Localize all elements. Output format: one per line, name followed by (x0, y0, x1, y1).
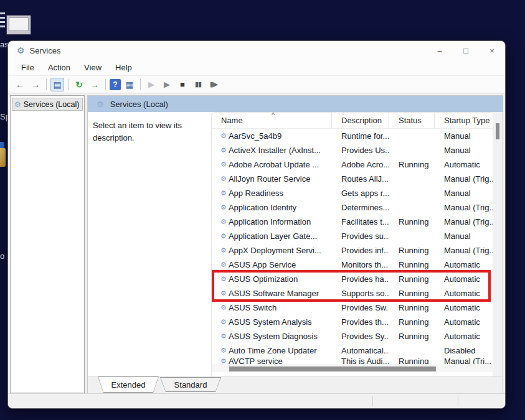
tree-item-services-local[interactable]: ⚙ Services (Local) (12, 98, 83, 111)
service-row[interactable]: ⚙ ASUS System Diagnosis Provides Sy... R… (212, 329, 493, 343)
show-console-tree-icon[interactable]: ▤ (50, 78, 64, 91)
menu-help[interactable]: Help (108, 63, 139, 72)
service-row[interactable]: ⚙ Application Information Facilitates t.… (212, 215, 493, 229)
sort-ascending-icon: ^ (272, 111, 275, 119)
service-gear-icon: ⚙ (220, 358, 227, 364)
menu-action[interactable]: Action (41, 63, 77, 72)
service-description: Automatical... (332, 346, 389, 355)
service-row[interactable]: ⚙ ASUS Optimization Provides ha... Runni… (212, 272, 493, 286)
pause-service-icon[interactable]: ▮▮ (191, 78, 205, 91)
service-name: ActiveX Installer (AxInst... (229, 146, 321, 155)
service-row[interactable]: ⚙ ASUS App Service Monitors th... Runnin… (212, 258, 493, 272)
help-icon[interactable]: ? (110, 79, 121, 90)
status-bar-divider (458, 396, 458, 406)
stop-service-icon[interactable]: ■ (176, 78, 189, 91)
service-row[interactable]: ⚙ ASUS Switch Provides Sw... Running Aut… (212, 301, 493, 315)
service-name: Application Information (229, 217, 311, 226)
service-row[interactable]: ⚙ Adobe Acrobat Update ... Adobe Acro...… (212, 157, 493, 172)
service-startup-type: Manual (Trig... (435, 217, 493, 226)
service-row[interactable]: ⚙ AllJoyn Router Service Routes AllJ... … (212, 172, 493, 186)
desktop-shortcut-icon[interactable] (6, 15, 31, 35)
tab-extended[interactable]: Extended (98, 376, 159, 393)
service-description: Provides Us... (332, 146, 389, 155)
minimize-button[interactable]: – (427, 41, 453, 60)
restart-service-icon[interactable]: ▮▶ (207, 78, 220, 91)
service-description: Facilitates t... (332, 217, 389, 226)
service-startup-type: Automatic (435, 303, 493, 312)
service-row[interactable]: ⚙ AVCTP service This is Audi... Running … (212, 358, 493, 364)
service-row[interactable]: ⚙ Application Identity Determines... Man… (212, 200, 493, 215)
window-title: Services (30, 46, 61, 55)
service-description: This is Audi... (332, 358, 389, 364)
column-header-startup-type[interactable]: Startup Type (435, 113, 493, 128)
vertical-scrollbar[interactable] (493, 112, 503, 376)
column-header-status[interactable]: Status (389, 113, 435, 128)
forward-icon[interactable]: → (29, 78, 42, 91)
menu-file[interactable]: File (14, 63, 41, 72)
service-startup-type: Manual (Trig... (435, 246, 493, 255)
service-gear-icon: ⚙ (220, 203, 227, 212)
service-row[interactable]: ⚙ Application Layer Gate... Provides su.… (212, 229, 493, 243)
service-rows: ⚙ AarSvc_5a4b9 Runtime for... Manual ⚙ A… (212, 129, 493, 364)
service-row[interactable]: ⚙ AppX Deployment Servi... Provides inf.… (212, 243, 493, 258)
toolbar-separator (68, 79, 69, 90)
service-name: AllJoyn Router Service (229, 174, 311, 184)
extended-view-content: Select an item to view its description. … (88, 112, 503, 376)
service-status: Running (389, 358, 435, 364)
horizontal-scrollbar-thumb[interactable] (229, 366, 436, 371)
service-gear-icon: ⚙ (220, 275, 227, 283)
column-header-name[interactable]: Name ^ (212, 113, 332, 128)
start-service-icon[interactable]: ▶ (144, 78, 158, 91)
service-description: Provides inf... (332, 246, 389, 255)
export-list-icon[interactable]: → (88, 78, 102, 91)
column-header-description[interactable]: Description (332, 113, 389, 128)
tab-standard[interactable]: Standard (160, 377, 221, 392)
refresh-icon[interactable]: ↻ (72, 78, 86, 91)
menu-bar: FileActionViewHelp (8, 60, 505, 76)
vertical-scrollbar-thumb[interactable] (496, 123, 499, 139)
show-action-pane-icon[interactable]: ▦ (123, 78, 136, 91)
service-startup-type: Automatic (435, 332, 493, 341)
column-header-row: Name ^ Description Status Startup Type (212, 113, 493, 129)
service-description: Runtime for... (332, 131, 389, 141)
service-row[interactable]: ⚙ ActiveX Installer (AxInst... Provides … (212, 143, 493, 157)
description-pane: Select an item to view its description. (88, 112, 211, 376)
service-row[interactable]: ⚙ Auto Time Zone Updater Automatical... … (212, 343, 493, 358)
maximize-button[interactable]: □ (453, 41, 479, 60)
services-gear-icon: ⚙ (97, 100, 104, 109)
service-startup-type: Automatic (435, 260, 493, 269)
header-label: Services (Local) (110, 100, 168, 109)
partial-folder-icon[interactable] (0, 148, 6, 167)
close-button[interactable]: × (479, 41, 505, 60)
service-description: Supports so... (332, 289, 389, 298)
horizontal-scrollbar[interactable] (212, 365, 493, 372)
service-name: ASUS Switch (229, 303, 277, 312)
menu-view[interactable]: View (77, 63, 108, 72)
service-status: Running (389, 274, 435, 284)
resume-service-icon[interactable]: ▶ (160, 78, 174, 91)
service-row[interactable]: ⚙ AarSvc_5a4b9 Runtime for... Manual (212, 129, 493, 143)
service-name: AVCTP service (229, 358, 283, 364)
console-body: ⚙ Services (Local) ⚙ Services (Local) Se… (8, 93, 505, 393)
service-row[interactable]: ⚙ ASUS System Analysis Provides th... Ru… (212, 315, 493, 329)
service-gear-icon: ⚙ (220, 332, 227, 340)
toolbar: ←→▤↻→?▦▶▶■▮▮▮▶ (8, 76, 505, 93)
service-row[interactable]: ⚙ ASUS Software Manager Supports so... R… (212, 286, 493, 301)
service-row[interactable]: ⚙ App Readiness Gets apps r... Manual (212, 186, 493, 200)
service-status: Running (389, 246, 435, 255)
back-icon[interactable]: ← (13, 78, 27, 91)
services-window: ⚙ Services –□× FileActionViewHelp ←→▤↻→?… (7, 40, 506, 409)
main-pane: ⚙ Services (Local) Select an item to vie… (87, 95, 503, 393)
partial-desktop-icon-label: o (0, 251, 4, 261)
service-startup-type: Manual (Trig... (435, 203, 493, 212)
service-name: ASUS System Analysis (229, 317, 312, 327)
service-name: Adobe Acrobat Update ... (229, 160, 319, 169)
service-description: Routes AllJ... (332, 174, 389, 184)
service-status: Running (389, 303, 435, 312)
service-gear-icon: ⚙ (220, 347, 227, 355)
service-status: Running (389, 289, 435, 298)
service-name: Application Identity (229, 203, 296, 212)
titlebar[interactable]: ⚙ Services –□× (8, 41, 505, 60)
service-name: AarSvc_5a4b9 (229, 131, 281, 141)
service-gear-icon: ⚙ (220, 289, 227, 297)
